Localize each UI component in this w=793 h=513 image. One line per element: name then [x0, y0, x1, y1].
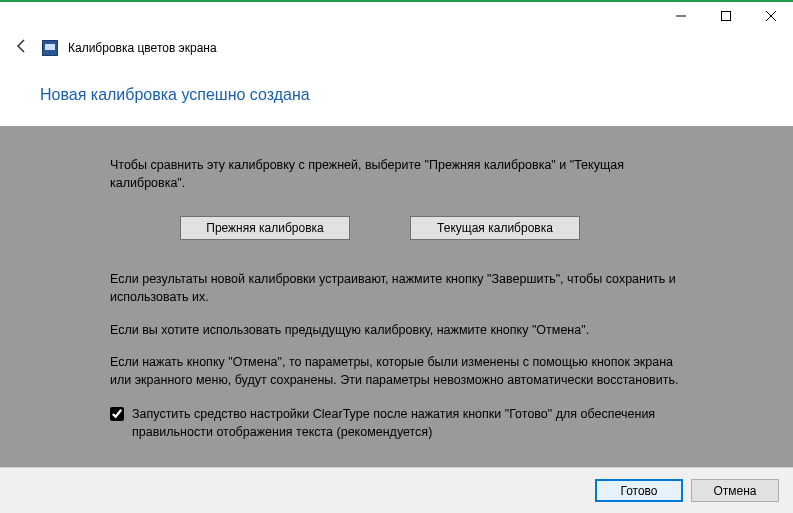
header: Калибровка цветов экрана: [0, 32, 793, 64]
instruction-finish: Если результаты новой калибровки устраив…: [110, 270, 690, 306]
cleartype-checkbox-label[interactable]: Запустить средство настройки ClearType п…: [132, 405, 690, 441]
finish-button[interactable]: Готово: [595, 479, 683, 502]
svg-rect-1: [721, 12, 730, 21]
app-icon: [42, 40, 58, 56]
window: Калибровка цветов экрана Новая калибровк…: [0, 0, 793, 513]
window-title: Калибровка цветов экрана: [68, 41, 217, 55]
heading-area: Новая калибровка успешно создана: [0, 64, 793, 126]
current-calibration-button[interactable]: Текущая калибровка: [410, 216, 580, 240]
back-button[interactable]: [12, 38, 32, 58]
instruction-cancel-note: Если нажать кнопку "Отмена", то параметр…: [110, 353, 690, 389]
maximize-button[interactable]: [703, 2, 748, 30]
close-button[interactable]: [748, 2, 793, 30]
previous-calibration-button[interactable]: Прежняя калибровка: [180, 216, 350, 240]
cancel-button[interactable]: Отмена: [691, 479, 779, 502]
titlebar: [0, 2, 793, 32]
minimize-button[interactable]: [658, 2, 703, 30]
page-heading: Новая калибровка успешно создана: [40, 86, 793, 104]
instruction-cancel: Если вы хотите использовать предыдущую к…: [110, 321, 690, 339]
cleartype-checkbox-row: Запустить средство настройки ClearType п…: [110, 405, 690, 441]
instruction-compare: Чтобы сравнить эту калибровку с прежней,…: [110, 156, 690, 192]
content-panel: Чтобы сравнить эту калибровку с прежней,…: [0, 126, 793, 467]
footer: Готово Отмена: [0, 467, 793, 513]
calibration-button-row: Прежняя калибровка Текущая калибровка: [180, 216, 753, 240]
cleartype-checkbox[interactable]: [110, 407, 124, 421]
